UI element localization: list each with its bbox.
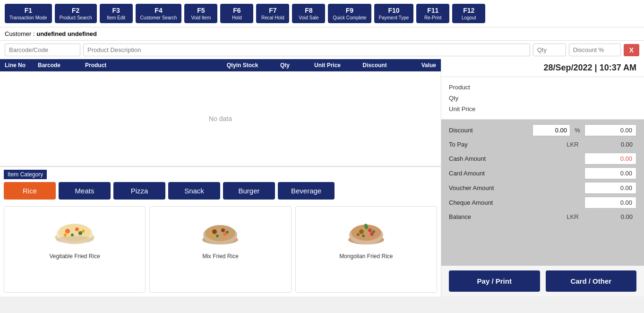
datetime-text: 28/Sep/2022 | 10:37 AM	[544, 63, 636, 72]
col-lineno: Line No	[5, 62, 38, 69]
product-image-fried-rice-veg	[51, 211, 98, 249]
topay-value: 0.00	[584, 139, 636, 150]
fkey-f9[interactable]: F9Quick Complete	[328, 4, 371, 23]
customer-label: Customer :	[5, 30, 35, 37]
cash-row: Cash Amount	[449, 153, 636, 165]
svg-point-12	[205, 225, 235, 241]
fkey-f1[interactable]: F1Transaction Mode	[5, 4, 52, 23]
right-panel: 28/Sep/2022 | 10:37 AM Product Qty Unit …	[441, 59, 644, 296]
card-label: Card Amount	[449, 170, 584, 177]
search-bar: X	[0, 40, 644, 59]
topay-currency: LKR	[561, 141, 584, 148]
category-section: Item Category RiceMeatsPizzaSnackBurgerB…	[0, 166, 441, 202]
svg-point-7	[64, 234, 67, 236]
svg-point-18	[226, 231, 229, 234]
svg-point-22	[359, 229, 364, 234]
order-product-row: Product	[449, 82, 636, 93]
no-data-text: No data	[209, 115, 232, 122]
cheque-row: Cheque Amount	[449, 197, 636, 209]
category-section-label: Item Category	[4, 170, 47, 179]
category-btn-rice[interactable]: Rice	[4, 182, 56, 200]
svg-point-17	[210, 234, 213, 236]
product-name-fried-rice-mix: Mix Fried Rice	[202, 253, 239, 260]
customer-bar: Customer : undefined undefined	[0, 27, 644, 40]
col-barcode: Barcode	[38, 62, 85, 69]
discount-row: Discount %	[449, 124, 636, 136]
col-product: Product	[85, 62, 219, 69]
svg-point-24	[362, 235, 365, 237]
svg-point-8	[82, 230, 85, 233]
order-unitprice-row: Unit Price	[449, 104, 636, 114]
discount-label: Discount	[449, 127, 532, 134]
product-card-fried-rice-mix[interactable]: Mix Fried Rice	[149, 206, 291, 293]
barcode-input[interactable]	[5, 43, 80, 56]
clear-button[interactable]: X	[624, 44, 639, 56]
cash-label: Cash Amount	[449, 155, 584, 162]
fkey-f11[interactable]: F11Re-Print	[416, 4, 449, 23]
fkey-f4[interactable]: F4Customer Search	[136, 4, 182, 23]
fkey-f6[interactable]: F6Hold	[220, 4, 253, 23]
category-btn-burger[interactable]: Burger	[223, 182, 275, 200]
action-buttons: Pay / Print Card / Other	[441, 266, 644, 296]
svg-point-9	[56, 236, 94, 243]
product-name-fried-rice-mongolian: Mongolian Fried Rice	[339, 253, 393, 260]
voucher-label: Voucher Amount	[449, 184, 584, 191]
customer-name: undefined undefined	[36, 30, 97, 37]
product-grid: Vegitable Fried Rice Mix Fried Rice Mong…	[0, 202, 441, 297]
left-panel: Line No Barcode Product Qtyin Stock Qty …	[0, 59, 441, 296]
discount-pct-label: %	[570, 127, 584, 134]
pay-print-button[interactable]: Pay / Print	[449, 270, 540, 292]
discount-value-input[interactable]	[532, 124, 570, 136]
fkey-f10[interactable]: F10Payment Type	[374, 4, 414, 23]
fkey-f12[interactable]: F12Logout	[452, 4, 485, 23]
cash-input[interactable]	[584, 153, 636, 165]
fkey-f5[interactable]: F5Void Item	[184, 4, 217, 23]
fkey-bar: F1Transaction ModeF2Product SearchF3Item…	[0, 0, 644, 27]
discount-pct-input[interactable]	[584, 124, 636, 136]
payment-section: Discount % To Pay LKR 0.00 Cash Amount	[441, 120, 644, 266]
product-image-fried-rice-mongolian	[343, 211, 390, 249]
table-header: Line No Barcode Product Qtyin Stock Qty …	[0, 59, 441, 71]
product-card-fried-rice-mongolian[interactable]: Mongolian Fried Rice	[295, 206, 437, 293]
fkey-f2[interactable]: F2Product Search	[55, 4, 97, 23]
qty-input[interactable]	[533, 43, 566, 56]
balance-row: Balance LKR 0.00	[449, 211, 636, 222]
col-qtystock: Qtyin Stock	[219, 62, 266, 69]
fkey-f8[interactable]: F8Void Sale	[292, 4, 325, 23]
svg-point-13	[212, 229, 217, 234]
voucher-input[interactable]	[584, 182, 636, 194]
product-card-fried-rice-veg[interactable]: Vegitable Fried Rice	[4, 206, 146, 293]
col-qty: Qty	[266, 62, 304, 69]
category-btn-beverage[interactable]: Beverage	[278, 182, 335, 200]
category-btn-snack[interactable]: Snack	[168, 182, 220, 200]
fkey-f7[interactable]: F7Recal Hold	[256, 4, 289, 23]
datetime-bar: 28/Sep/2022 | 10:37 AM	[441, 59, 644, 77]
fkey-f3[interactable]: F3Item Edit	[100, 4, 133, 23]
cheque-input[interactable]	[584, 197, 636, 209]
col-unitprice: Unit Price	[304, 62, 351, 69]
svg-point-26	[357, 233, 360, 236]
svg-point-14	[221, 228, 225, 232]
col-value: Value	[398, 62, 436, 69]
category-buttons: RiceMeatsPizzaSnackBurgerBeverage	[4, 182, 437, 200]
svg-point-3	[65, 229, 70, 234]
col-discount: Discount	[351, 62, 398, 69]
card-other-button[interactable]: Card / Other	[546, 270, 637, 292]
voucher-row: Voucher Amount	[449, 182, 636, 194]
svg-point-15	[216, 235, 219, 237]
product-name-fried-rice-veg: Vegitable Fried Rice	[49, 253, 100, 260]
product-grid-wrapper: Vegitable Fried Rice Mix Fried Rice Mong…	[0, 202, 441, 297]
table-body: No data	[0, 71, 441, 166]
category-btn-meats[interactable]: Meats	[59, 182, 111, 200]
product-label: Product	[449, 84, 496, 91]
cheque-label: Cheque Amount	[449, 199, 584, 206]
discount-input[interactable]	[569, 43, 621, 56]
product-image-fried-rice-mix	[197, 211, 244, 249]
topay-label: To Pay	[449, 141, 561, 148]
svg-point-27	[372, 230, 375, 233]
svg-point-6	[78, 231, 82, 235]
order-qty-row: Qty	[449, 93, 636, 104]
desc-input[interactable]	[83, 43, 530, 56]
card-input[interactable]	[584, 167, 636, 179]
category-btn-pizza[interactable]: Pizza	[113, 182, 165, 200]
